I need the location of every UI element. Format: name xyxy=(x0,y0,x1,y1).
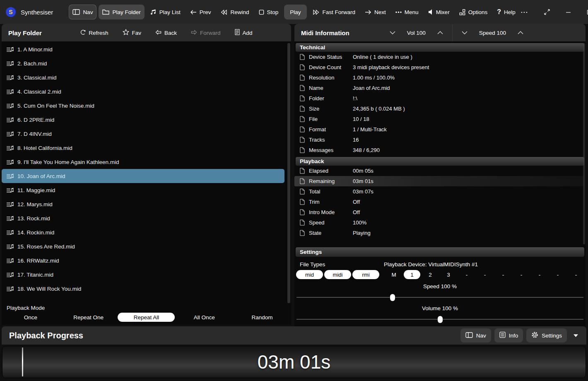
fav-button[interactable]: Fav xyxy=(120,29,144,37)
info-label: Elapsed xyxy=(309,168,353,174)
play-label: Play xyxy=(290,9,301,15)
playback-mode-option[interactable]: Repeat One xyxy=(60,313,118,322)
info-row: Speed 100% xyxy=(294,217,586,228)
file-item[interactable]: 4. Classical 2.mid xyxy=(2,84,284,99)
maximize-button[interactable] xyxy=(585,8,588,17)
file-item[interactable]: 15. Roses Are Red.mid xyxy=(2,239,284,253)
device-slot-label: - xyxy=(549,270,566,279)
device-slot[interactable]: 3 xyxy=(439,270,458,279)
progress-cursor[interactable] xyxy=(22,347,23,376)
file-item[interactable]: 18. We Will Rock You.mid xyxy=(2,282,284,296)
playback-title: Playback xyxy=(300,158,324,164)
file-label: 7. D 4INV.mid xyxy=(17,131,52,137)
device-slot[interactable]: 2 xyxy=(421,270,439,279)
file-item[interactable]: 1. A Minor.mid xyxy=(2,42,284,56)
prev-button[interactable]: Prev xyxy=(186,5,215,19)
refresh-label: Refresh xyxy=(89,30,108,36)
speed-slider-thumb[interactable] xyxy=(390,294,395,301)
file-label: 5. Cum On Feel The Noise.mid xyxy=(17,103,94,109)
speaker-icon xyxy=(428,9,433,15)
prev-label: Prev xyxy=(200,9,211,15)
file-label: 9. I'll Take You Home Again Kathleen.mid xyxy=(17,159,119,165)
speed-up-icon[interactable] xyxy=(516,29,525,36)
vol-up-icon[interactable] xyxy=(436,29,445,36)
file-item[interactable]: 17. Titanic.mid xyxy=(2,268,284,282)
play-folder-label: Play Folder xyxy=(112,9,140,15)
file-type-button[interactable]: mid xyxy=(296,270,323,279)
file-item[interactable]: 13. Rock.mid xyxy=(2,211,284,225)
file-item[interactable]: 5. Cum On Feel The Noise.mid xyxy=(2,99,284,113)
playback-mode-option[interactable]: Once xyxy=(2,313,60,322)
speed-slider[interactable] xyxy=(296,294,583,301)
fast-forward-button[interactable]: Fast Forward xyxy=(309,5,359,19)
vol-down-icon[interactable] xyxy=(388,29,397,36)
mode-option-label: Once xyxy=(24,313,37,322)
file-item[interactable]: 7. D 4INV.mid xyxy=(2,127,284,141)
caret-down-icon[interactable] xyxy=(570,333,581,339)
progress-display[interactable]: 03m 01s xyxy=(2,346,586,378)
file-item[interactable]: 11. Maggie.mid xyxy=(2,183,284,197)
device-slot-label: - xyxy=(495,270,511,279)
add-document-icon xyxy=(235,29,240,36)
file-list: 1. A Minor.mid 2. Bach.mid 3. Classical.… xyxy=(2,41,291,296)
fast-forward-icon xyxy=(313,10,320,15)
playback-mode-option[interactable]: Repeat All xyxy=(118,313,176,322)
bottom-nav-button[interactable]: Nav xyxy=(460,328,491,342)
nav-button[interactable]: Nav xyxy=(69,5,96,19)
playback-mode-option[interactable]: All Once xyxy=(175,313,233,322)
next-button[interactable]: Next xyxy=(361,5,390,19)
rewind-button[interactable]: Rewind xyxy=(217,5,253,19)
file-item[interactable]: 3. Classical.mid xyxy=(2,70,284,84)
volume-slider-thumb[interactable] xyxy=(438,316,443,323)
file-item[interactable]: 12. Marys.mid xyxy=(2,197,284,211)
info-row: Folder !:\ xyxy=(294,93,586,104)
more-button[interactable]: ··· xyxy=(519,7,530,17)
playback-mode-option[interactable]: Random xyxy=(233,313,291,322)
menu-button[interactable]: Menu xyxy=(392,5,422,19)
device-slot: - xyxy=(458,270,476,279)
file-item[interactable]: 6. D 2PRE.mid xyxy=(2,113,284,127)
speed-down-icon[interactable] xyxy=(460,29,469,36)
device-slot[interactable]: 1 xyxy=(403,270,421,279)
file-item[interactable]: 16. RRWaltz.mid xyxy=(2,253,284,268)
refresh-button[interactable]: Refresh xyxy=(78,29,111,37)
file-item[interactable]: 10. Joan of Arc.mid xyxy=(2,169,284,183)
stop-icon xyxy=(259,10,264,15)
expand-icon[interactable] xyxy=(542,7,552,17)
forward-label: Forward xyxy=(200,30,221,36)
help-button[interactable]: ? Help xyxy=(493,5,519,19)
file-label: 10. Joan of Arc.mid xyxy=(17,173,65,179)
file-item[interactable]: 2. Bach.mid xyxy=(2,56,284,70)
stop-button[interactable]: Stop xyxy=(255,5,282,19)
add-button[interactable]: Add xyxy=(232,29,255,37)
device-slot-label: 1 xyxy=(404,270,420,279)
file-item[interactable]: 8. Hotel California.mid xyxy=(2,141,284,155)
file-item[interactable]: 9. I'll Take You Home Again Kathleen.mid xyxy=(2,155,284,169)
file-type-button[interactable]: rmi xyxy=(352,270,379,279)
bottom-info-button[interactable]: Info xyxy=(494,328,523,342)
vertical-scrollbar[interactable] xyxy=(583,43,585,244)
volume-slider[interactable] xyxy=(296,316,583,323)
play-folder-button[interactable]: Play Folder xyxy=(99,5,144,19)
info-value: Off xyxy=(353,199,360,205)
options-button[interactable]: Options xyxy=(455,5,492,19)
sheet-music-icon xyxy=(7,286,14,292)
back-button[interactable]: Back xyxy=(153,29,179,36)
forward-button[interactable]: Forward xyxy=(188,29,223,36)
settings-section-header: Settings xyxy=(296,247,584,257)
mixer-button[interactable]: Mixer xyxy=(424,5,453,19)
minimize-button[interactable] xyxy=(564,8,573,17)
file-type-button[interactable]: midi xyxy=(324,270,351,279)
vertical-scrollbar[interactable] xyxy=(287,43,290,303)
file-label: 1. A Minor.mid xyxy=(17,46,53,53)
file-item[interactable]: 14. Rockin.mid xyxy=(2,225,284,239)
play-button[interactable]: Play xyxy=(284,5,306,19)
bottom-settings-button[interactable]: Settings xyxy=(526,328,567,342)
page-icon xyxy=(300,54,305,60)
question-icon: ? xyxy=(497,8,501,16)
info-row: Format 1 / Multi-Track xyxy=(294,124,586,135)
info-value: 24,365 b ( 0.024 MB ) xyxy=(353,106,405,112)
gear-icon xyxy=(531,331,538,340)
playback-progress-bar: Playback Progress Nav Info Settings xyxy=(2,326,586,345)
play-list-button[interactable]: Play List xyxy=(147,5,184,19)
